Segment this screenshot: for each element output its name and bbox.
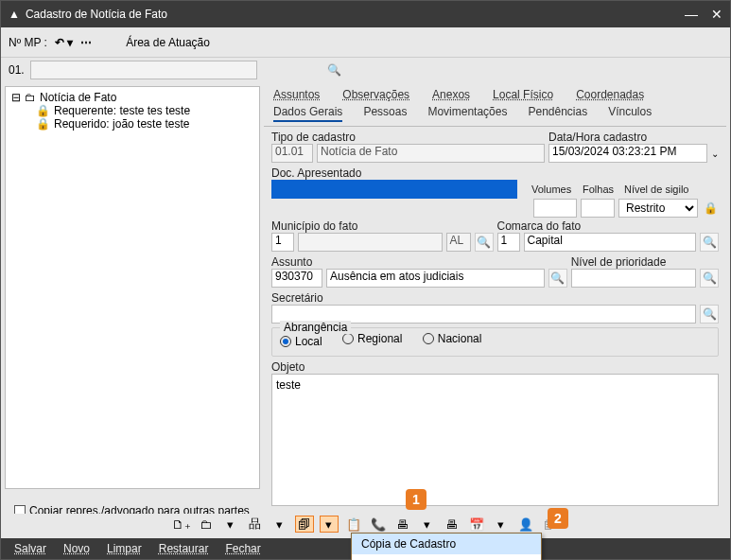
app-icon: ▲ xyxy=(9,8,20,21)
print-icon[interactable]: 🖶 xyxy=(393,516,412,533)
tab-anexos[interactable]: Anexos xyxy=(432,88,470,101)
phone-icon[interactable]: 📞 xyxy=(369,516,388,533)
tree-panel[interactable]: ⊟ 🗀 Notícia de Fato 🔒 Requerente: teste … xyxy=(5,86,260,489)
search-icon[interactable]: 🔍 xyxy=(325,61,344,79)
tree-icon[interactable]: 品 xyxy=(246,516,265,533)
radio-local[interactable]: Local xyxy=(280,335,322,348)
tab-movimentacoes[interactable]: Movimentações xyxy=(427,105,507,122)
toolbar-icons: 🗋₊ 🗀 ▾ 品 ▾ 🗐 ▾ 📋 📞 🖶 ▾ 🖶 📅 ▾ 👤 🗐 xyxy=(1,514,730,534)
clear-button[interactable]: Limpar xyxy=(107,542,142,555)
form-panel: Assuntos Observações Anexos Local Físico… xyxy=(264,86,726,489)
folhas-field[interactable] xyxy=(581,199,615,218)
prioridade-label: Nível de prioridade xyxy=(571,255,719,269)
datahora-dropdown-icon[interactable]: ⌄ xyxy=(711,149,719,159)
comarca-label: Comarca do fato xyxy=(497,219,720,233)
user-icon[interactable]: 👤 xyxy=(516,516,535,533)
abrangencia-group: Abrangência Local Regional Nacional xyxy=(271,327,719,357)
new-button[interactable]: Novo xyxy=(63,542,90,555)
tree-child2-label: Requerido: joão teste teste xyxy=(54,117,189,131)
close-button[interactable]: ✕ xyxy=(711,7,722,22)
assunto-search-button[interactable]: 🔍 xyxy=(548,269,567,288)
save-button[interactable]: Salvar xyxy=(14,542,46,555)
print2-icon[interactable]: 🖶 xyxy=(443,516,461,533)
folder-icon: 🗀 xyxy=(25,91,36,104)
doc-apresentado-field[interactable] xyxy=(271,180,517,199)
menu-copia-cadastro[interactable]: Cópia de Cadastro xyxy=(352,534,541,554)
tipo-cadastro-label: Tipo de cadastro xyxy=(271,131,545,144)
municipio-search-button[interactable]: 🔍 xyxy=(475,233,494,252)
tree-child-requerido[interactable]: 🔒 Requerido: joão teste teste xyxy=(36,117,253,131)
tipo-cadastro-code: 01.01 xyxy=(271,144,313,163)
secretario-label: Secretário xyxy=(271,291,719,305)
municipio-label: Município do fato xyxy=(271,219,494,233)
municipio-code[interactable]: 1 xyxy=(271,233,294,252)
municipio-desc xyxy=(298,233,443,252)
assunto-label: Assunto xyxy=(271,255,567,269)
objeto-textarea[interactable]: teste xyxy=(271,374,719,506)
close-button-bottom[interactable]: Fechar xyxy=(225,542,260,555)
lock-icon: 🔒 xyxy=(36,117,50,131)
menu-copia-documentos[interactable]: Cópia de Documentos xyxy=(352,554,541,560)
more-icon[interactable]: ⋯ xyxy=(80,36,92,49)
abrangencia-label: Abrangência xyxy=(280,321,351,334)
restore-button[interactable]: Restaurar xyxy=(159,542,209,555)
tab-pessoas[interactable]: Pessoas xyxy=(363,105,407,122)
id-prefix: 01. xyxy=(9,63,25,77)
titlebar: ▲ Cadastro de Notícia de Fato — ✕ xyxy=(1,1,730,27)
tree-root[interactable]: ⊟ 🗀 Notícia de Fato xyxy=(11,91,253,104)
calendar-icon[interactable]: 📅 xyxy=(467,516,486,533)
folder-icon[interactable]: 🗀 xyxy=(197,516,216,533)
comarca-desc[interactable]: Capital xyxy=(524,233,697,252)
volumes-field[interactable] xyxy=(533,199,577,218)
volumes-label: Volumes xyxy=(531,184,579,195)
tree-root-label: Notícia de Fato xyxy=(40,91,116,104)
doc-apresentado-label: Doc. Apresentado xyxy=(271,166,719,180)
datahora-field[interactable]: 15/03/2024 03:23:21 PM xyxy=(548,144,707,163)
objeto-label: Objeto xyxy=(271,360,719,374)
sigilo-select[interactable]: Restrito xyxy=(618,199,698,218)
tree-collapse-icon[interactable]: ⊟ xyxy=(11,91,21,104)
add-page-icon[interactable]: 🗋₊ xyxy=(172,516,191,533)
lock-icon: 🔒 xyxy=(36,104,50,117)
window-title: Cadastro de Notícia de Fato xyxy=(26,8,167,21)
undo-icon[interactable]: ↶ ▾ xyxy=(55,36,73,49)
copy-register-dropdown-icon[interactable]: ▾ xyxy=(320,516,339,533)
comarca-search-button[interactable]: 🔍 xyxy=(700,233,719,252)
tab-pendencias[interactable]: Pendências xyxy=(528,105,587,122)
tab-assuntos[interactable]: Assuntos xyxy=(273,88,320,101)
nmp-label: Nº MP : xyxy=(9,36,47,49)
id-field[interactable] xyxy=(30,61,257,79)
assunto-desc[interactable]: Ausência em atos judiciais xyxy=(326,269,545,288)
datahora-label: Data/Hora cadastro xyxy=(548,131,719,144)
tree-child-requerente[interactable]: 🔒 Requerente: teste tes teste xyxy=(36,104,253,117)
prioridade-field[interactable] xyxy=(571,269,696,288)
radio-regional[interactable]: Regional xyxy=(342,332,402,345)
folder-dropdown-icon[interactable]: ▾ xyxy=(221,516,240,533)
sigilo-label: Nível de sigilo xyxy=(624,184,719,195)
clipboard-icon[interactable]: 📋 xyxy=(344,516,363,533)
copy-register-icon[interactable]: 🗐 xyxy=(295,516,314,533)
tabs-row-top: Assuntos Observações Anexos Local Físico… xyxy=(264,86,726,103)
comarca-code[interactable]: 1 xyxy=(497,233,520,252)
prioridade-search-button[interactable]: 🔍 xyxy=(700,269,719,288)
folhas-label: Folhas xyxy=(583,184,620,195)
minimize-button[interactable]: — xyxy=(685,7,698,22)
tab-vinculos[interactable]: Vínculos xyxy=(608,105,652,122)
tab-dados-gerais[interactable]: Dados Gerais xyxy=(273,105,342,122)
tabs-row-bottom: Dados Gerais Pessoas Movimentações Pendê… xyxy=(264,103,726,127)
print-dropdown-icon[interactable]: ▾ xyxy=(418,516,437,533)
app-window: ▲ Cadastro de Notícia de Fato — ✕ Nº MP … xyxy=(0,0,731,560)
id-row: 01. 🔍 xyxy=(1,58,730,82)
assunto-code[interactable]: 930370 xyxy=(271,269,322,288)
secretario-search-button[interactable]: 🔍 xyxy=(700,305,719,324)
calendar-dropdown-icon[interactable]: ▾ xyxy=(492,516,511,533)
radio-nacional[interactable]: Nacional xyxy=(423,332,482,345)
municipio-uf: AL xyxy=(446,233,471,252)
tab-observacoes[interactable]: Observações xyxy=(342,88,409,101)
tab-local-fisico[interactable]: Local Físico xyxy=(493,88,553,101)
tipo-cadastro-desc: Notícia de Fato xyxy=(317,144,545,163)
callout-2: 2 xyxy=(548,508,568,529)
tree-dropdown-icon[interactable]: ▾ xyxy=(270,516,289,533)
area-label: Área de Atuação xyxy=(126,36,210,49)
tab-coordenadas[interactable]: Coordenadas xyxy=(576,88,644,101)
